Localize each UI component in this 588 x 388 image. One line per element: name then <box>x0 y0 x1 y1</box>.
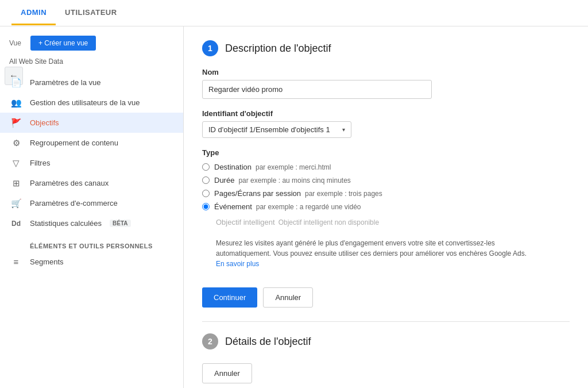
sidebar-item-canaux[interactable]: ⊞ Paramètres des canaux <box>0 173 183 193</box>
type-label: Type <box>202 148 570 157</box>
nom-group: Nom <box>202 68 570 99</box>
sidebar-item-objectifs[interactable]: 🚩 Objectifs <box>0 113 183 133</box>
nav-label-gestion-utilisateurs: Gestion des utilisateurs de la vue <box>30 98 140 107</box>
smart-label: Objectif intelligent <box>216 218 275 226</box>
chevron-down-icon: ▾ <box>342 126 345 133</box>
site-name: All Web Site Data <box>0 57 183 72</box>
radio-duree-label: Durée par exemple : au moins cinq minute… <box>214 176 351 185</box>
identifiant-label: Identifiant d'objectif <box>202 109 570 118</box>
filter-icon: ▽ <box>10 158 22 168</box>
step1-number: 1 <box>202 40 218 56</box>
radio-evenement[interactable]: Événement par exemple : a regardé une vi… <box>202 202 570 211</box>
sidebar-item-statistiques[interactable]: Dd Statistiques calculées BÉTA <box>0 213 183 233</box>
beta-badge: BÉTA <box>110 220 130 227</box>
step2-number: 2 <box>202 333 218 349</box>
nav-label-canaux: Paramètres des canaux <box>30 179 109 187</box>
en-savoir-plus-link[interactable]: En savoir plus <box>216 260 259 268</box>
step1-header: 1 Description de l'objectif <box>202 40 570 56</box>
sidebar-item-gestion-utilisateurs[interactable]: 👥 Gestion des utilisateurs de la vue <box>0 93 183 113</box>
users-icon: 👥 <box>10 98 22 108</box>
dd-icon: Dd <box>10 220 22 228</box>
radio-duree[interactable]: Durée par exemple : au moins cinq minute… <box>202 176 570 185</box>
identifiant-select[interactable]: ID d'objectif 1/Ensemble d'objectifs 1 ▾ <box>202 121 351 138</box>
step2-buttons: Annuler <box>202 363 570 383</box>
main-layout: Vue + Créer une vue All Web Site Data ← … <box>0 26 588 388</box>
tab-utilisateur[interactable]: UTILISATEUR <box>56 1 126 25</box>
top-nav: ADMIN UTILISATEUR <box>0 0 588 26</box>
grid-icon: ⊞ <box>10 178 22 189</box>
smart-hint: Objectif intelligent non disponible <box>278 218 379 226</box>
radio-evenement-label: Événement par exemple : a regardé une vi… <box>214 202 361 211</box>
sidebar-item-ecommerce[interactable]: 🛒 Paramètres d'e-commerce <box>0 193 183 213</box>
step1-title: Description de l'objectif <box>225 43 331 55</box>
step1-buttons: Continuer Annuler <box>202 287 570 308</box>
nav-label-segments: Segments <box>30 258 64 266</box>
radio-destination[interactable]: Destination par exemple : merci.html <box>202 163 570 171</box>
step1-section: 1 Description de l'objectif Nom Identifi… <box>202 40 570 308</box>
radio-pages[interactable]: Pages/Écrans par session par exemple : t… <box>202 189 570 198</box>
nav-label-objectifs: Objectifs <box>30 118 59 127</box>
radio-group: Destination par exemple : merci.html Dur… <box>202 163 570 274</box>
flag-icon: 🚩 <box>10 118 22 128</box>
nav-label-parametres-vue: Paramètres de la vue <box>30 78 101 87</box>
annuler-button-step2[interactable]: Annuler <box>202 363 252 383</box>
radio-evenement-input[interactable] <box>202 203 210 210</box>
sidebar-item-segments[interactable]: ≡ Segments <box>0 252 183 272</box>
segments-icon: ≡ <box>10 257 22 267</box>
radio-destination-label: Destination par exemple : merci.html <box>214 163 331 171</box>
radio-pages-label: Pages/Écrans par session par exemple : t… <box>214 189 382 198</box>
type-group: Type Destination par exemple : merci.htm… <box>202 148 570 274</box>
sidebar-item-parametres-vue[interactable]: 📄 Paramètres de la vue <box>0 72 183 93</box>
sidebar-item-filtres[interactable]: ▽ Filtres <box>0 153 183 173</box>
nom-input[interactable] <box>202 80 432 99</box>
radio-pages-input[interactable] <box>202 190 210 197</box>
radio-duree-input[interactable] <box>202 176 210 184</box>
content-area: 1 Description de l'objectif Nom Identifi… <box>184 26 588 388</box>
step2-header: 2 Détails de l'objectif <box>202 333 570 349</box>
cart-icon: 🛒 <box>10 198 22 209</box>
personal-section-label: ÉLÉMENTS ET OUTILS PERSONNELS <box>0 233 183 252</box>
identifiant-value: ID d'objectif 1/Ensemble d'objectifs 1 <box>208 125 340 134</box>
sidebar: Vue + Créer une vue All Web Site Data ← … <box>0 26 184 388</box>
vue-label: Vue <box>9 39 21 47</box>
settings-icon: ⚙ <box>10 138 22 148</box>
step2-title: Détails de l'objectif <box>225 336 311 348</box>
radio-destination-input[interactable] <box>202 163 210 171</box>
create-vue-button[interactable]: + Créer une vue <box>30 36 96 51</box>
identifiant-group: Identifiant d'objectif ID d'objectif 1/E… <box>202 109 570 138</box>
nav-label-regroupement: Regroupement de contenu <box>30 139 118 147</box>
step2-section: 2 Détails de l'objectif Annuler <box>202 321 570 383</box>
nom-label: Nom <box>202 68 570 76</box>
tab-admin[interactable]: ADMIN <box>11 1 56 25</box>
smart-objective: Objectif intelligent Objectif intelligen… <box>202 216 570 229</box>
nav-label-statistiques: Statistiques calculées <box>30 219 102 228</box>
nav-label-ecommerce: Paramètres d'e-commerce <box>30 199 118 208</box>
annuler-button-step1[interactable]: Annuler <box>263 287 313 308</box>
sidebar-item-regroupement[interactable]: ⚙ Regroupement de contenu <box>0 133 183 153</box>
sidebar-header: Vue + Créer une vue <box>0 36 183 57</box>
nav-label-filtres: Filtres <box>30 159 50 167</box>
smart-description: Mesurez les visites ayant généré le plus… <box>202 233 535 274</box>
continuer-button[interactable]: Continuer <box>202 287 257 308</box>
document-icon: 📄 <box>10 78 22 88</box>
